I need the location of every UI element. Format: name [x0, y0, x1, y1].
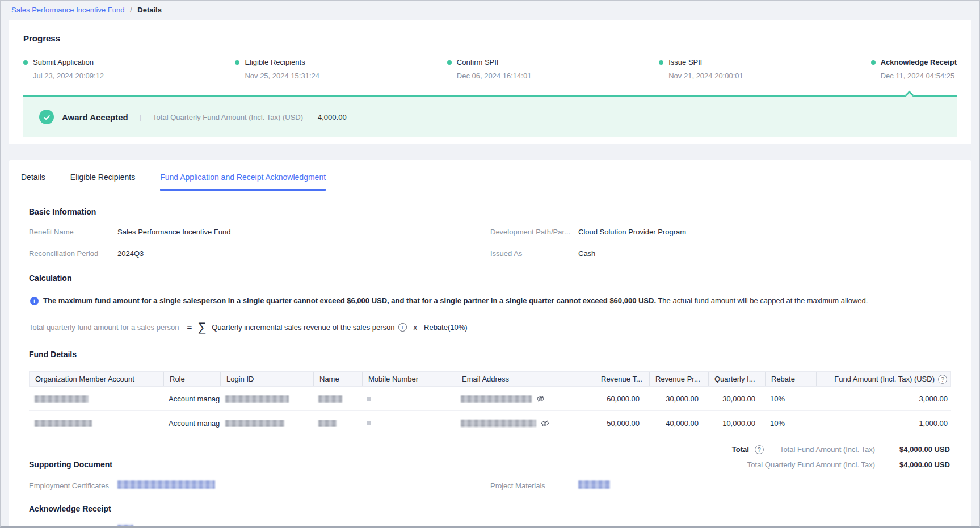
banner-caret [905, 91, 914, 100]
cell-login-id [220, 420, 313, 427]
award-status-banner: Award Accepted | Total Quarterly Fund Am… [23, 95, 957, 137]
redacted-receipt-acknowledge-link[interactable] [117, 525, 133, 528]
cell-fund-amount: 3,000.00 [815, 395, 951, 403]
step-connector [508, 62, 652, 62]
col-name: Name [313, 372, 362, 386]
col-organization-member-account: Organization Member Account [30, 372, 163, 386]
supporting-document-row: Employment Certificates Project Material… [29, 480, 951, 491]
col-rebate: Rebate [765, 372, 816, 386]
redacted-employment-certificates-link[interactable] [117, 480, 215, 489]
banner-divider: | [140, 113, 141, 121]
field-label-benefit-name: Benefit Name [29, 228, 117, 236]
details-card: Details Eligible Recipients Fund Applica… [9, 160, 971, 528]
basic-information-grid: Benefit Name Sales Performance Incentive… [29, 228, 951, 258]
cell-org-account [29, 420, 163, 427]
fund-details-title: Fund Details [29, 350, 951, 359]
step-confirm-spif: Confirm SPIF Dec 06, 2024 16:14:01 [447, 58, 659, 80]
table-body: Account manager 60,000.00 30,000.00 3 [29, 387, 951, 435]
cell-fund-amount: 1,000.00 [815, 419, 951, 428]
redacted-login-id [225, 420, 284, 427]
cell-org-account [29, 395, 163, 403]
equals-sign: = [187, 322, 192, 332]
redacted-email [461, 420, 536, 427]
cell-revenue-pr: 30,000.00 [649, 395, 708, 403]
formula-term: Quarterly incremental sales revenue of t… [212, 323, 394, 332]
col-login-id: Login ID [220, 372, 313, 386]
field-value-receipt-acknowledge [117, 525, 490, 528]
field-label-issued-as: Issued As [490, 249, 578, 258]
cell-role: Account manager [163, 395, 220, 403]
cell-mobile-number [361, 421, 455, 425]
progress-card: Progress Submit Application Jul 23, 2024… [9, 20, 971, 144]
banner-amount-label: Total Quarterly Fund Amount (Incl. Tax) … [153, 113, 303, 121]
step-label: Confirm SPIF [457, 58, 501, 66]
cell-rebate: 10% [764, 419, 815, 428]
check-circle-icon [39, 110, 54, 124]
tab-details[interactable]: Details [21, 168, 45, 191]
step-dot-icon [447, 60, 452, 65]
fund-amount-help-icon[interactable]: ? [938, 375, 947, 384]
step-dot-icon [23, 60, 28, 65]
calculation-title: Calculation [29, 274, 951, 283]
step-label: Submit Application [33, 58, 94, 66]
redacted-name [318, 395, 342, 403]
cell-mobile-number [361, 397, 455, 401]
app-window: Sales Performance Incentive Fund / Detai… [0, 0, 980, 528]
step-dot-icon [659, 60, 663, 65]
field-value-issued-as: Cash [578, 249, 951, 258]
step-label: Acknowledge Receipt [881, 58, 957, 66]
col-revenue-t: Revenue T... [595, 372, 649, 386]
field-label-employment-certificates: Employment Certificates [29, 481, 117, 490]
col-quarterly-i: Quarterly I... [708, 372, 765, 386]
basic-information-title: Basic Information [29, 207, 951, 216]
step-dot-icon [871, 60, 876, 65]
acknowledge-receipt-row: Receipt Acknowledge... [29, 525, 951, 528]
breadcrumb-link-spif[interactable]: Sales Performance Incentive Fund [11, 6, 124, 14]
step-acknowledge-receipt: Acknowledge Receipt Dec 11, 2024 04:54:2… [871, 58, 957, 80]
calculation-note-text: The maximum fund amount for a single sal… [43, 296, 868, 305]
col-fund-amount-label: Fund Amount (Incl. Tax) (USD) [834, 375, 935, 383]
acknowledge-receipt-title: Acknowledge Receipt [29, 504, 951, 513]
table-row: Account manager 50,000.00 40,000.00 1 [29, 411, 951, 435]
table-header-row: Organization Member Account Role Login I… [29, 371, 951, 387]
table-row: Account manager 60,000.00 30,000.00 3 [29, 387, 951, 411]
calculation-formula: Total quarterly fund amount for a sales … [29, 320, 951, 334]
calculation-note: i The maximum fund amount for a single s… [29, 296, 951, 305]
eye-slash-icon[interactable] [541, 419, 549, 428]
redacted-org-account [35, 420, 92, 427]
cell-name [313, 420, 361, 427]
redacted-mobile [367, 421, 371, 425]
step-date: Jul 23, 2024 20:09:12 [33, 72, 235, 80]
note-bold-text: The maximum fund amount for a single sal… [43, 296, 656, 305]
cell-revenue-t: 50,000.00 [594, 419, 649, 428]
breadcrumb-separator: / [130, 6, 132, 14]
bottom-sections: Supporting Document Employment Certifica… [29, 442, 951, 528]
formula-info-icon[interactable]: i [398, 323, 407, 332]
breadcrumb: Sales Performance Incentive Fund / Detai… [1, 1, 979, 20]
field-value-reconciliation-period: 2024Q3 [117, 249, 490, 258]
field-label-project-materials: Project Materials [490, 481, 578, 490]
cell-email-address [455, 419, 594, 428]
step-eligible-recipients: Eligible Recipients Nov 25, 2024 15:31:2… [235, 58, 447, 80]
note-regular-text: The actual fund amount will be capped at… [656, 296, 868, 305]
redacted-project-materials-link[interactable] [578, 480, 610, 489]
step-label: Eligible Recipients [245, 58, 305, 66]
fund-details-table: Organization Member Account Role Login I… [29, 371, 951, 435]
step-connector [312, 62, 440, 62]
sigma-symbol: ∑ [197, 320, 206, 334]
step-label: Issue SPIF [668, 58, 705, 66]
field-label-receipt-acknowledge: Receipt Acknowledge... [29, 526, 117, 528]
tab-eligible-recipients[interactable]: Eligible Recipients [70, 168, 135, 191]
eye-slash-icon[interactable] [536, 395, 545, 403]
tab-fund-application[interactable]: Fund Application and Receipt Acknowledgm… [160, 168, 326, 191]
cell-email-address [455, 395, 594, 403]
breadcrumb-current: Details [137, 6, 162, 14]
step-date: Nov 21, 2024 20:00:01 [668, 72, 870, 80]
redacted-mobile [367, 397, 371, 401]
redacted-org-account [35, 395, 89, 403]
step-date: Dec 06, 2024 16:14:01 [457, 72, 659, 80]
cell-quarterly-i: 30,000.00 [708, 395, 764, 403]
award-status-text: Award Accepted [62, 112, 128, 122]
col-mobile-number: Mobile Number [362, 372, 456, 386]
field-label-reconciliation-period: Reconciliation Period [29, 249, 117, 258]
